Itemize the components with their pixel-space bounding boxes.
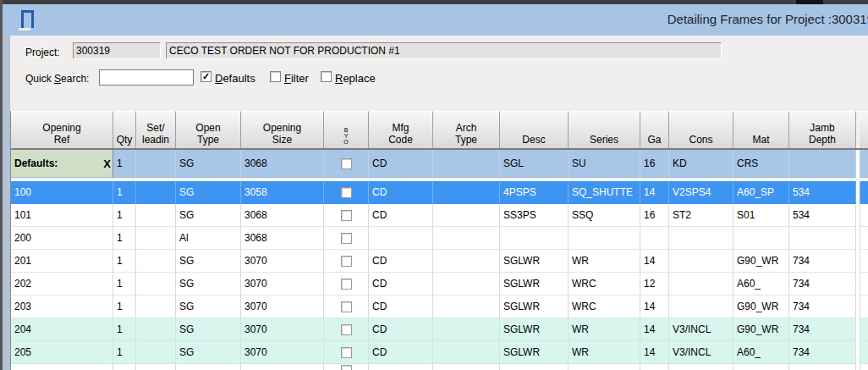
cell-opening_ref-201[interactable]: 201 bbox=[11, 250, 113, 273]
byo-checkbox-202[interactable] bbox=[341, 279, 352, 290]
cell-jamb_depth-101[interactable]: 534 bbox=[789, 204, 856, 227]
cell-desc-204[interactable]: SGLWR bbox=[500, 318, 569, 341]
byo-checkbox-100[interactable] bbox=[341, 187, 352, 198]
cell-cons-defaults[interactable]: KD bbox=[669, 150, 733, 178]
cell-mat-101[interactable]: S01 bbox=[733, 204, 789, 227]
grid-row-101[interactable]: 1011SG3068CDSS3PSSSQ16ST2S01534 bbox=[11, 204, 868, 227]
cell-set_leading-defaults[interactable] bbox=[136, 150, 176, 178]
cell-open_type-100[interactable]: SG bbox=[176, 181, 241, 204]
cell-opening_size-100[interactable]: 3058 bbox=[241, 181, 324, 204]
cell-ga-partial[interactable] bbox=[640, 364, 669, 370]
cell-opening_size-defaults[interactable]: 3068 bbox=[241, 150, 324, 178]
cell-desc-100[interactable]: 4PSPS bbox=[500, 181, 569, 204]
cell-qty-200[interactable]: 1 bbox=[113, 227, 136, 250]
cell-mfg_code-201[interactable]: CD bbox=[369, 250, 433, 273]
cell-ga-205[interactable]: 14 bbox=[640, 341, 669, 364]
quick-search-input[interactable] bbox=[99, 69, 194, 86]
byo-checkbox-defaults[interactable] bbox=[341, 158, 352, 169]
column-header-ga[interactable]: Ga bbox=[640, 111, 669, 148]
cell-arch_type-201[interactable] bbox=[433, 250, 500, 273]
clear-defaults-icon[interactable]: X bbox=[103, 158, 111, 169]
cell-mfg_code-100[interactable]: CD bbox=[369, 181, 433, 204]
cell-qty-204[interactable]: 1 bbox=[113, 318, 136, 341]
project-number-field[interactable]: 300319 bbox=[73, 42, 161, 59]
column-header-opening_ref[interactable]: Opening Ref bbox=[11, 111, 113, 148]
cell-arch_type-203[interactable] bbox=[433, 295, 500, 318]
cell-open_type-defaults[interactable]: SG bbox=[176, 150, 241, 178]
cell-opening_size-202[interactable]: 3070 bbox=[241, 273, 324, 295]
cell-mfg_code-205[interactable]: CD bbox=[369, 341, 433, 364]
column-header-cons[interactable]: Cons bbox=[669, 111, 733, 148]
cell-mat-202[interactable]: A60_ bbox=[733, 273, 789, 295]
cell-desc-202[interactable]: SGLWR bbox=[500, 273, 569, 295]
cell-mfg_code-202[interactable]: CD bbox=[369, 273, 433, 295]
cell-mat-205[interactable]: A60_ bbox=[733, 341, 789, 364]
cell-opening_ref-205[interactable]: 205 bbox=[11, 341, 113, 364]
cell-jamb_depth-201[interactable]: 734 bbox=[789, 250, 856, 273]
filter-checkbox[interactable] bbox=[270, 71, 281, 82]
cell-jamb_depth-204[interactable]: 734 bbox=[789, 318, 856, 341]
cell-ga-204[interactable]: 14 bbox=[640, 318, 669, 341]
cell-opening_size-203[interactable]: 3070 bbox=[241, 295, 324, 318]
cell-desc-201[interactable]: SGLWR bbox=[500, 250, 569, 273]
defaults-checkbox[interactable]: ✓ bbox=[201, 71, 212, 82]
cell-opening_size-200[interactable]: 3068 bbox=[241, 227, 324, 250]
byo-checkbox-200[interactable] bbox=[341, 233, 352, 244]
cell-desc-partial[interactable] bbox=[500, 364, 569, 370]
cell-jamb_depth-partial[interactable] bbox=[789, 364, 856, 370]
cell-series-203[interactable]: WRC bbox=[569, 295, 640, 318]
cell-cons-100[interactable]: V2SPS4 bbox=[669, 181, 733, 204]
cell-series-204[interactable]: WR bbox=[569, 318, 640, 341]
cell-mat-200[interactable] bbox=[733, 227, 789, 250]
grid-row-203[interactable]: 2031SG3070CDSGLWRWRC14G90_WR734 bbox=[11, 295, 868, 318]
cell-series-205[interactable]: WR bbox=[569, 341, 640, 364]
defaults-label-cell[interactable]: Defaults:X bbox=[11, 150, 113, 178]
door-frame-icon[interactable] bbox=[21, 10, 34, 28]
byo-checkbox-201[interactable] bbox=[341, 256, 352, 267]
cell-cons-partial[interactable] bbox=[669, 364, 733, 370]
cell-opening_size-205[interactable]: 3070 bbox=[241, 341, 324, 364]
cell-jamb_depth-defaults[interactable] bbox=[789, 150, 856, 178]
cell-arch_type-partial[interactable] bbox=[433, 364, 500, 370]
cell-mfg_code-defaults[interactable]: CD bbox=[369, 150, 433, 178]
cell-opening_size-201[interactable]: 3070 bbox=[241, 250, 324, 273]
filter-checkbox-label[interactable]: Filter bbox=[284, 72, 309, 85]
cell-set_leading-205[interactable] bbox=[136, 341, 176, 364]
cell-set_leading-101[interactable] bbox=[136, 204, 176, 227]
cell-series-201[interactable]: WR bbox=[569, 250, 640, 273]
cell-series-partial[interactable] bbox=[569, 364, 640, 370]
cell-ga-201[interactable]: 14 bbox=[640, 250, 669, 273]
cell-qty-defaults[interactable]: 1 bbox=[113, 150, 136, 178]
cell-set_leading-partial[interactable] bbox=[136, 364, 176, 370]
cell-open_type-205[interactable]: SG bbox=[176, 341, 241, 364]
byo-checkbox-203[interactable] bbox=[341, 301, 352, 312]
cell-qty-partial[interactable] bbox=[113, 364, 136, 370]
cell-opening_size-101[interactable]: 3068 bbox=[241, 204, 324, 227]
cell-arch_type-100[interactable] bbox=[433, 181, 500, 204]
cell-set_leading-100[interactable] bbox=[136, 181, 176, 204]
cell-ga-203[interactable]: 14 bbox=[640, 295, 669, 318]
cell-set_leading-202[interactable] bbox=[136, 273, 176, 295]
cell-desc-205[interactable]: SGLWR bbox=[500, 341, 569, 364]
cell-jamb_depth-202[interactable]: 734 bbox=[789, 273, 856, 295]
cell-mfg_code-partial[interactable] bbox=[369, 364, 433, 370]
grid-row-100[interactable]: 1001SG3058CD4PSPSSQ_SHUTTE14V2SPS4A60_SP… bbox=[11, 181, 868, 204]
cell-arch_type-202[interactable] bbox=[433, 273, 500, 295]
cell-set_leading-201[interactable] bbox=[136, 250, 176, 273]
column-header-byo[interactable]: B Y O bbox=[324, 111, 369, 148]
cell-desc-203[interactable]: SGLWR bbox=[500, 295, 569, 318]
cell-series-100[interactable]: SQ_SHUTTE bbox=[569, 181, 640, 204]
cell-qty-100[interactable]: 1 bbox=[113, 181, 136, 204]
defaults-row[interactable]: Defaults:X1SG3068CDSGLSU16KDCRS bbox=[11, 150, 868, 178]
grid-row-204[interactable]: 2041SG3070CDSGLWRWR14V3/INCLG90_WR734 bbox=[11, 318, 868, 341]
cell-cons-201[interactable] bbox=[669, 250, 733, 273]
cell-opening_size-partial[interactable] bbox=[241, 364, 324, 370]
cell-cons-204[interactable]: V3/INCL bbox=[669, 318, 733, 341]
cell-opening_ref-200[interactable]: 200 bbox=[11, 227, 113, 250]
cell-series-defaults[interactable]: SU bbox=[569, 150, 640, 178]
column-header-series[interactable]: Series bbox=[569, 111, 640, 148]
cell-mat-201[interactable]: G90_WR bbox=[733, 250, 789, 273]
byo-checkbox-101[interactable] bbox=[341, 210, 352, 221]
cell-open_type-201[interactable]: SG bbox=[176, 250, 241, 273]
cell-ga-202[interactable]: 12 bbox=[640, 273, 669, 295]
